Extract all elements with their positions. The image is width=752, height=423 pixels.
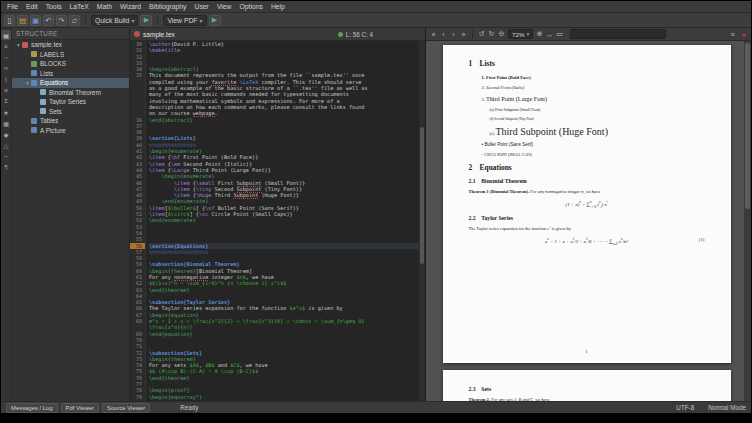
pdf-block-sub-small: (a) First Subpoint (Small Font) bbox=[469, 107, 705, 112]
menu-latex[interactable]: LaTeX bbox=[66, 1, 93, 13]
menu-user[interactable]: User bbox=[191, 1, 213, 13]
menu-tools[interactable]: Tools bbox=[42, 1, 66, 13]
chevron-down-icon: ▾ bbox=[526, 31, 529, 37]
next-page-icon[interactable]: › bbox=[449, 29, 458, 40]
main-area: ▤≤→∞(αΣ★▦◆△~¶ STRUCTURE ▾sample.texLABEL… bbox=[1, 28, 751, 401]
menu-help[interactable]: Help bbox=[267, 1, 289, 13]
cursor-position: L: 56 C: 4 bbox=[346, 31, 373, 38]
delimiters-icon[interactable]: ( bbox=[1, 74, 11, 84]
tree-item-label: sample.tex bbox=[31, 41, 62, 48]
most-used-symbols-icon[interactable]: Σ bbox=[1, 96, 11, 106]
asymptote-icon[interactable]: ~ bbox=[1, 151, 11, 161]
tree-item[interactable]: A Picture bbox=[12, 126, 129, 136]
close-pdf-viewer-icon[interactable]: ● bbox=[739, 29, 748, 40]
tree-item[interactable]: ▾sample.tex bbox=[12, 40, 129, 50]
pdf-block-li-sc: ◦ Circle Point (Small Caps) bbox=[469, 152, 705, 158]
pdf-search-input[interactable] bbox=[570, 29, 666, 39]
file-icon bbox=[22, 42, 28, 48]
menu-view[interactable]: View bbox=[213, 1, 236, 13]
line-number: 79 bbox=[130, 394, 145, 400]
tree-item[interactable]: Binomial Theorem bbox=[12, 88, 129, 98]
menu-edit[interactable]: Edit bbox=[22, 1, 42, 13]
pdf-scrollbar[interactable] bbox=[744, 41, 751, 401]
rotate-right-icon[interactable]: ↻ bbox=[487, 29, 496, 40]
menu-options[interactable]: Options bbox=[235, 1, 266, 13]
tree-item[interactable]: Tables bbox=[12, 116, 129, 126]
prev-page-icon[interactable]: ‹ bbox=[439, 29, 448, 40]
save-icon[interactable]: ▣ bbox=[30, 15, 41, 26]
pdf-toolbar: «‹›» ↺↻⊖ 72% ▾ ⊕↔▭ ≡● bbox=[426, 28, 751, 41]
editor-tab-label[interactable]: sample.tex bbox=[143, 31, 175, 38]
greek-letters-icon[interactable]: α bbox=[1, 85, 11, 95]
tree-item-label: Lists bbox=[40, 70, 53, 77]
fit-page-icon[interactable]: ▭ bbox=[555, 29, 564, 40]
pdf-zoom-icons: ⊕↔▭ bbox=[535, 29, 564, 40]
pdf-viewport[interactable]: 1 Lists1. First Point (Bold Face)2. Seco… bbox=[426, 41, 751, 401]
status-bar: Messages / LogPdf ViewerSource Viewer Re… bbox=[1, 401, 751, 413]
tikz-icon[interactable]: △ bbox=[1, 140, 11, 150]
code-area[interactable]: \author{David P. Little}\maketitle\begin… bbox=[146, 41, 419, 401]
panel-toggle-pdf-viewer[interactable]: Pdf Viewer bbox=[61, 403, 99, 413]
undo-icon[interactable]: ↶ bbox=[43, 15, 54, 26]
redo-icon[interactable]: ↷ bbox=[56, 15, 67, 26]
tree-item[interactable]: Lists bbox=[12, 69, 129, 79]
metapost-icon[interactable]: ◆ bbox=[1, 129, 11, 139]
panel-toggle-messages-log[interactable]: Messages / Log bbox=[6, 403, 58, 413]
tree-item[interactable]: ▾Equations bbox=[12, 78, 129, 88]
menu-bibliography[interactable]: Bibliography bbox=[145, 1, 190, 13]
quick-build-select[interactable]: Quick Build ▾ bbox=[91, 15, 138, 26]
quick-build-label: Quick Build bbox=[95, 17, 129, 24]
misc-math-symbols-icon[interactable]: ∞ bbox=[1, 63, 11, 73]
editor-scrollbar[interactable] bbox=[419, 41, 425, 401]
pdf-block-h1: 2 Equations bbox=[469, 163, 705, 173]
menu-math[interactable]: Math bbox=[93, 1, 116, 13]
view-pdf-select[interactable]: View PDF ▾ bbox=[163, 15, 206, 26]
zoom-select[interactable]: 72% ▾ bbox=[508, 29, 533, 39]
rotate-left-icon[interactable]: ↺ bbox=[477, 29, 486, 40]
run-quick-build-button[interactable]: ▶ bbox=[140, 15, 152, 26]
statusbar-tabs: Messages / LogPdf ViewerSource Viewer bbox=[6, 403, 150, 413]
editor-body: 3031323334353637383940414243444546474849… bbox=[130, 41, 425, 401]
collapse-arrow-icon[interactable]: ▾ bbox=[15, 42, 22, 48]
menu-file[interactable]: File bbox=[3, 1, 22, 13]
pdf-page: 1 Lists1. First Point (Bold Face)2. Seco… bbox=[443, 45, 731, 363]
toolbar-separator bbox=[85, 15, 86, 25]
structure-panel-icon[interactable]: ▤ bbox=[1, 30, 11, 40]
editor-scrollbar-thumb[interactable] bbox=[420, 127, 424, 264]
copy-icon[interactable]: ▱ bbox=[69, 15, 80, 26]
application-window: FileEditToolsLaTeXMathWizardBibliography… bbox=[1, 1, 751, 413]
pdf-mid-icons: ↺↻⊖ bbox=[477, 29, 506, 40]
blocks-icon bbox=[31, 61, 37, 67]
first-page-icon[interactable]: « bbox=[429, 29, 438, 40]
arrow-symbols-icon[interactable]: → bbox=[1, 52, 11, 62]
zoom-in-icon[interactable]: ⊕ bbox=[535, 29, 544, 40]
pdf-right-icons: ≡● bbox=[728, 29, 748, 40]
zoom-out-icon[interactable]: ⊖ bbox=[497, 29, 506, 40]
pstricks-icon[interactable]: ▦ bbox=[1, 118, 11, 128]
tree-item[interactable]: BLOCKS bbox=[12, 59, 129, 69]
collapse-arrow-icon[interactable]: ▾ bbox=[24, 80, 31, 86]
pdf-block-li-italic: 2. Second Point (Italic) bbox=[469, 85, 705, 91]
pdf-page: 2.3 SetsTheorem 2. For any sets A, B and… bbox=[443, 370, 731, 401]
tree-item[interactable]: LABELS bbox=[12, 50, 129, 60]
open-folder-icon[interactable]: ▤ bbox=[17, 15, 28, 26]
tree-item[interactable]: Taylor Series bbox=[12, 97, 129, 107]
tree-item-label: Equations bbox=[40, 79, 68, 86]
chevron-down-icon: ▾ bbox=[200, 17, 203, 24]
relation-symbols-icon[interactable]: ≤ bbox=[1, 41, 11, 51]
pdf-block-li-sans: • Bullet Point (Sans Serif) bbox=[469, 142, 705, 148]
run-view-pdf-button[interactable]: ▶ bbox=[209, 15, 221, 26]
last-page-icon[interactable]: » bbox=[459, 29, 468, 40]
tree-item[interactable]: Sets bbox=[12, 107, 129, 117]
panel-toggle-source-viewer[interactable]: Source Viewer bbox=[102, 403, 150, 413]
favourite-symbols-icon[interactable]: ★ bbox=[1, 107, 11, 117]
subsection-icon bbox=[40, 108, 46, 114]
user-tags-icon[interactable]: ¶ bbox=[1, 162, 11, 172]
close-document-icon[interactable] bbox=[134, 31, 140, 37]
fit-width-icon[interactable]: ↔ bbox=[545, 29, 554, 40]
new-file-icon[interactable]: ▯ bbox=[4, 15, 15, 26]
continuous-mode-icon[interactable]: ≡ bbox=[728, 29, 737, 40]
section-icon bbox=[31, 80, 37, 86]
menu-wizard[interactable]: Wizard bbox=[116, 1, 145, 13]
pdf-scrollbar-thumb[interactable] bbox=[745, 43, 750, 209]
